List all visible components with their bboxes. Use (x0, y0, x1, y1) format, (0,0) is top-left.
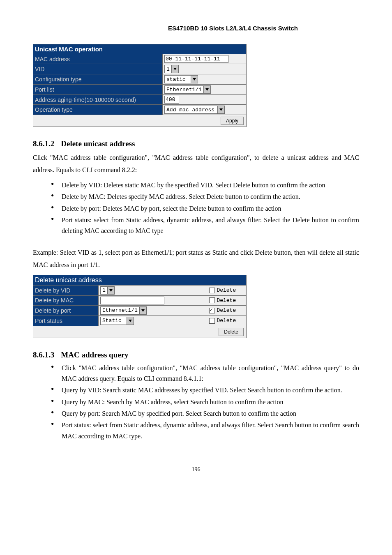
apply-button[interactable]: Apply (221, 117, 244, 125)
section-number: 8.6.1.3 (33, 350, 54, 359)
delete-by-port-label: Delete by port (33, 305, 99, 315)
port-list-value: Ethernet1/1 (165, 87, 203, 93)
section-title: Delete unicast address (61, 139, 135, 148)
svg-marker-5 (141, 309, 145, 312)
chevron-down-icon (127, 317, 134, 325)
operation-type-select[interactable]: Add mac address (164, 106, 225, 114)
config-type-value: static (165, 76, 191, 83)
section-number: 8.6.1.2 (33, 139, 54, 148)
svg-marker-0 (173, 68, 177, 70)
chevron-down-icon (107, 287, 114, 294)
delete-by-port-checkbox[interactable] (209, 308, 215, 313)
delete-by-vid-label: Delete by VID (33, 285, 99, 295)
delete-by-vid-select[interactable]: 1 (100, 286, 115, 295)
svg-marker-3 (219, 108, 223, 111)
mac-address-label: MAC address (33, 54, 163, 64)
port-status-value: Static (101, 318, 127, 324)
chevron-down-icon (139, 307, 146, 314)
delete-button[interactable]: Delete (219, 328, 244, 336)
checkbox-label: Delete (217, 297, 236, 304)
aging-time-input[interactable] (164, 96, 179, 104)
svg-marker-2 (205, 88, 209, 91)
section-heading: 8.6.1.3MAC address query (33, 350, 359, 359)
list-item: Click "MAC address table configuration",… (33, 363, 359, 385)
port-status-checkbox[interactable] (209, 318, 215, 324)
delete-by-vid-value: 1 (101, 287, 107, 293)
svg-marker-1 (193, 78, 196, 81)
document-header: ES4710BD 10 Slots L2/L3/L4 Chassis Switc… (33, 25, 359, 32)
list-item: Delete by VID: Deletes static MAC by the… (33, 180, 359, 191)
delete-by-port-select[interactable]: Ethernet1/1 (100, 306, 147, 315)
bullet-list: Delete by VID: Deletes static MAC by the… (33, 180, 359, 237)
list-item: Query by MAC: Search by MAC address, sel… (33, 397, 359, 408)
delete-by-port-value: Ethernet1/1 (101, 307, 139, 313)
chevron-down-icon (191, 76, 198, 83)
unicast-mac-operation-table: Unicast MAC operation MAC address VID 1 … (33, 44, 247, 127)
table-title: Delete unicast address (33, 275, 247, 285)
table-title: Unicast MAC operation (33, 44, 247, 54)
checkbox-label: Delete (217, 287, 236, 293)
chevron-down-icon (217, 106, 224, 113)
port-list-label: Port list (33, 85, 163, 95)
port-status-label: Port status (33, 315, 99, 326)
page-number: 196 (33, 466, 359, 473)
section-title: MAC address query (61, 350, 128, 359)
delete-by-mac-input[interactable] (100, 297, 164, 304)
paragraph: Example: Select VID as 1, select port as… (33, 246, 359, 272)
vid-select-value: 1 (165, 66, 171, 72)
list-item: Query by VID: Search static MAC addresse… (33, 385, 359, 396)
port-status-select[interactable]: Static (100, 317, 134, 325)
config-type-label: Configuration type (33, 74, 163, 85)
svg-marker-6 (129, 320, 132, 322)
list-item: Delete by MAC: Deletes specify MAC addre… (33, 191, 359, 202)
list-item: Port status: select from Static address,… (33, 420, 359, 442)
section-heading: 8.6.1.2Delete unicast address (33, 139, 359, 148)
list-item: Query by port: Search MAC by specified p… (33, 408, 359, 419)
delete-by-mac-checkbox[interactable] (209, 297, 215, 303)
checkbox-label: Delete (217, 307, 236, 313)
aging-time-label: Address aging-time(10-100000 second) (33, 95, 163, 105)
operation-type-label: Operation type (33, 105, 163, 115)
delete-by-vid-checkbox[interactable] (209, 288, 215, 293)
list-item: Port status: select from Static address,… (33, 215, 359, 237)
chevron-down-icon (203, 86, 210, 93)
config-type-select[interactable]: static (164, 75, 198, 83)
delete-unicast-address-table: Delete unicast address Delete by VID 1 D… (33, 275, 247, 338)
port-list-select[interactable]: Ethernet1/1 (164, 85, 211, 94)
list-item: Delete by port: Deletes MAC by port, sel… (33, 203, 359, 214)
svg-marker-4 (109, 289, 113, 292)
operation-type-value: Add mac address (165, 107, 217, 113)
mac-address-input[interactable] (164, 55, 228, 63)
chevron-down-icon (171, 65, 178, 73)
vid-select[interactable]: 1 (164, 65, 179, 73)
vid-label: VID (33, 64, 163, 74)
bullet-list: Click "MAC address table configuration",… (33, 363, 359, 442)
checkbox-label: Delete (217, 318, 236, 324)
delete-by-mac-label: Delete by MAC (33, 295, 99, 305)
paragraph: Click "MAC address table configuration",… (33, 152, 359, 177)
